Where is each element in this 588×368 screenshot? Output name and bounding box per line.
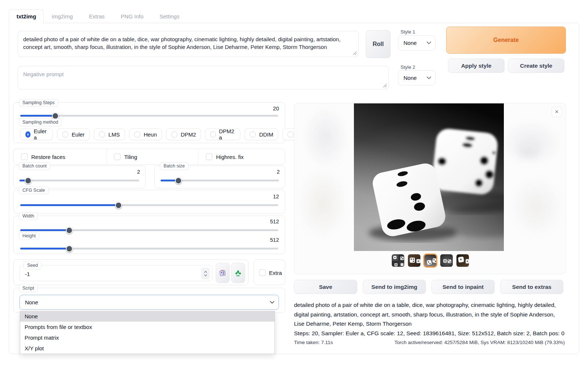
batch-size-panel: Batch size 2 bbox=[154, 166, 285, 188]
close-gallery-button[interactable]: × bbox=[552, 107, 562, 117]
seed-panel: Seed bbox=[13, 259, 248, 285]
tab-txt2img[interactable]: txt2img bbox=[9, 9, 44, 24]
chevron-down-icon bbox=[427, 77, 431, 79]
radio-lms[interactable]: LMS bbox=[94, 128, 125, 140]
radio-icon bbox=[25, 131, 31, 138]
script-option-none[interactable]: None bbox=[20, 311, 275, 322]
script-option-prompts-file[interactable]: Prompts from file or textbox bbox=[20, 322, 275, 332]
restore-faces-checkbox[interactable] bbox=[21, 153, 28, 160]
gallery-thumbnail-4[interactable] bbox=[440, 254, 453, 268]
highres-fix-label: Highres. fix bbox=[216, 154, 244, 160]
gallery-thumbnail-2[interactable] bbox=[407, 254, 421, 268]
batch-count-slider[interactable] bbox=[19, 177, 139, 184]
output-params: Steps: 20, Sampler: Euler a, CFG scale: … bbox=[294, 329, 565, 338]
seed-input[interactable] bbox=[21, 268, 193, 279]
save-button[interactable]: Save bbox=[294, 280, 357, 294]
send-to-img2img-button[interactable]: Send to img2img bbox=[363, 280, 426, 294]
height-label: Height bbox=[19, 232, 39, 240]
sampling-method-label: Sampling method bbox=[19, 118, 62, 126]
width-slider[interactable] bbox=[20, 227, 278, 234]
vram-stats: Torch active/reserved: 4257/5284 MiB, Sy… bbox=[394, 340, 565, 345]
radio-icon bbox=[210, 131, 215, 138]
cfg-scale-panel: CFG Scale 12 bbox=[13, 190, 285, 213]
radio-dpm2[interactable]: DPM2 bbox=[166, 128, 201, 140]
width-label: Width bbox=[19, 212, 38, 220]
seed-input-box: Seed bbox=[19, 265, 212, 281]
roll-button[interactable]: Roll bbox=[366, 30, 391, 58]
prompt-box: detailed photo of a pair of white die on… bbox=[18, 31, 359, 57]
gallery-ghost-left bbox=[298, 106, 353, 251]
gallery-thumbnail-3-selected[interactable] bbox=[423, 254, 437, 268]
extra-label: Extra bbox=[269, 270, 282, 276]
gallery-ghost-right bbox=[505, 106, 563, 251]
radio-ddim[interactable]: DDIM bbox=[244, 128, 278, 140]
seed-label: Seed bbox=[24, 262, 42, 269]
radio-euler-a[interactable]: Euler a bbox=[20, 128, 53, 140]
slider-handle[interactable] bbox=[66, 227, 73, 234]
sampling-steps-label: Sampling Steps bbox=[19, 99, 58, 107]
sampling-panel: Sampling Steps 20 Sampling method Euler … bbox=[13, 102, 285, 143]
create-style-button[interactable]: Create style bbox=[508, 59, 564, 73]
dice-icon bbox=[219, 269, 226, 276]
cfg-scale-label: CFG Scale bbox=[19, 187, 49, 194]
slider-handle[interactable] bbox=[115, 202, 122, 209]
tab-extras[interactable]: Extras bbox=[81, 9, 113, 23]
script-select[interactable]: None bbox=[19, 295, 279, 310]
result-gallery: × bbox=[294, 103, 566, 274]
send-to-inpaint-button[interactable]: Send to inpaint bbox=[431, 280, 495, 294]
output-prompt-text: detailed photo of a pair of white die on… bbox=[294, 300, 565, 329]
sampling-method-group: Euler a Euler LMS Heun DPM2 DPM2 a DDIM … bbox=[20, 128, 317, 140]
radio-heun[interactable]: Heun bbox=[129, 128, 162, 140]
height-slider[interactable] bbox=[20, 245, 278, 252]
result-actions: Save Send to img2img Send to inpaint Sen… bbox=[294, 280, 563, 294]
height-value: 512 bbox=[270, 237, 279, 243]
script-option-prompt-matrix[interactable]: Prompt matrix bbox=[20, 332, 275, 343]
style2-label: Style 2 bbox=[401, 64, 415, 70]
gallery-thumbnail-5[interactable] bbox=[456, 254, 470, 268]
highres-fix-checkbox[interactable] bbox=[206, 153, 212, 160]
extra-checkbox[interactable] bbox=[259, 269, 266, 276]
cfg-scale-slider[interactable] bbox=[20, 202, 278, 209]
generated-image[interactable] bbox=[354, 103, 504, 251]
time-taken: Time taken: 7.11s bbox=[294, 340, 333, 345]
radio-euler[interactable]: Euler bbox=[57, 128, 90, 140]
reuse-seed-button[interactable] bbox=[231, 263, 245, 283]
gallery-thumbnail-1[interactable] bbox=[391, 254, 405, 268]
tab-png-info[interactable]: PNG Info bbox=[113, 9, 152, 23]
slider-handle[interactable] bbox=[25, 177, 32, 184]
radio-icon bbox=[250, 131, 256, 138]
style2-select[interactable]: None bbox=[398, 70, 435, 85]
generate-button[interactable]: Generate bbox=[446, 26, 566, 54]
style2-value: None bbox=[404, 75, 417, 81]
seed-stepper[interactable] bbox=[201, 268, 210, 279]
cfg-scale-value: 12 bbox=[273, 194, 279, 199]
send-to-extras-button[interactable]: Send to extras bbox=[500, 280, 563, 294]
toggles-panel: Restore faces Tiling Highres. fix bbox=[13, 149, 285, 165]
tab-img2img[interactable]: img2img bbox=[44, 9, 81, 23]
tiling-checkbox[interactable] bbox=[114, 153, 121, 160]
stepper-down-icon[interactable] bbox=[204, 274, 207, 276]
script-value: None bbox=[25, 299, 38, 305]
slider-handle[interactable] bbox=[66, 245, 73, 252]
batch-size-slider[interactable] bbox=[161, 177, 279, 184]
slider-handle[interactable] bbox=[175, 177, 182, 184]
style1-select[interactable]: None bbox=[398, 35, 435, 50]
apply-style-button[interactable]: Apply style bbox=[448, 59, 505, 73]
prompt-input[interactable]: detailed photo of a pair of white die on… bbox=[18, 31, 359, 57]
script-dropdown-list: None Prompts from file or textbox Prompt… bbox=[20, 311, 275, 354]
radio-dpm2-a[interactable]: DPM2 a bbox=[205, 128, 240, 140]
extra-panel: Extra bbox=[254, 259, 285, 285]
radio-icon bbox=[99, 131, 105, 138]
script-option-xy-plot[interactable]: X/Y plot bbox=[20, 343, 275, 354]
stepper-up-icon[interactable] bbox=[204, 271, 207, 273]
sampling-steps-value: 20 bbox=[273, 106, 279, 112]
script-panel: Script None bbox=[13, 288, 285, 313]
style1-value: None bbox=[404, 40, 417, 46]
batch-size-label: Batch size bbox=[160, 162, 189, 170]
negative-prompt-input[interactable] bbox=[18, 66, 389, 89]
random-seed-button[interactable] bbox=[216, 263, 230, 283]
batch-count-value: 2 bbox=[137, 169, 140, 175]
width-value: 512 bbox=[270, 219, 279, 224]
tab-settings[interactable]: Settings bbox=[151, 9, 187, 23]
restore-faces-label: Restore faces bbox=[31, 154, 65, 160]
